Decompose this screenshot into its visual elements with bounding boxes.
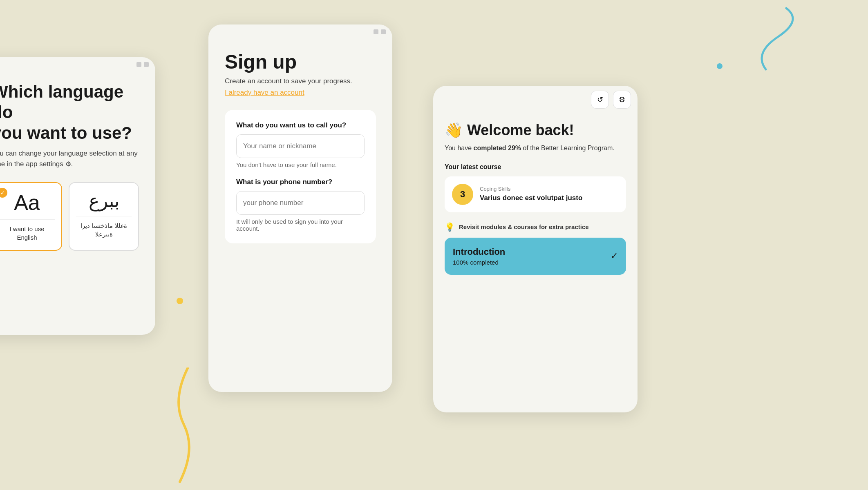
course-info: Coping Skills Varius donec est volutpat … bbox=[480, 186, 582, 203]
signup-title: Sign up bbox=[225, 51, 376, 73]
practice-hint: 💡 Revisit modules & courses for extra pr… bbox=[445, 222, 626, 232]
welcome-back-panel: ↺ ⚙ 👋 Welcome back! You have completed 2… bbox=[433, 86, 638, 412]
wave-emoji: 👋 bbox=[445, 122, 463, 138]
settings-icon: ⚙ bbox=[619, 95, 625, 104]
window-control-dot bbox=[374, 29, 378, 34]
bulb-icon: 💡 bbox=[445, 222, 455, 232]
phone-input[interactable] bbox=[236, 191, 365, 215]
welcome-subtitle: You have completed 29% of the Better Lea… bbox=[445, 143, 626, 154]
practice-hint-text: Revisit modules & courses for extra prac… bbox=[459, 223, 589, 230]
module-title: Introduction bbox=[453, 247, 505, 257]
settings-button[interactable]: ⚙ bbox=[613, 91, 631, 109]
language-options-list: ✓ Aa I want to use English ببرع ةغللا ما… bbox=[0, 182, 139, 251]
language-subtitle: You can change your language selection a… bbox=[0, 148, 139, 169]
refresh-button[interactable]: ↺ bbox=[591, 91, 609, 109]
language-card-english[interactable]: ✓ Aa I want to use English bbox=[0, 182, 62, 251]
name-label: What do you want us to call you? bbox=[236, 121, 365, 129]
signup-subtitle: Create an account to save your progress. bbox=[225, 77, 376, 85]
blue-dot-decoration bbox=[717, 63, 723, 69]
phone-label: What is your phone number? bbox=[236, 178, 365, 186]
refresh-icon: ↺ bbox=[597, 95, 603, 104]
name-field-group: What do you want us to call you? You don… bbox=[236, 121, 365, 168]
window-control-dot bbox=[381, 29, 386, 34]
latest-course-label: Your latest course bbox=[445, 163, 626, 171]
phone-field-group: What is your phone number? It will only … bbox=[236, 178, 365, 232]
name-hint: You don't have to use your full name. bbox=[236, 161, 365, 168]
module-info: Introduction 100% completed bbox=[453, 247, 505, 266]
arabic-display-text: ببرع bbox=[76, 191, 132, 211]
language-selection-panel: Which language do you want to use? You c… bbox=[0, 57, 155, 335]
signup-form: What do you want us to call you? You don… bbox=[225, 110, 376, 243]
window-control-dot bbox=[136, 62, 141, 67]
name-input[interactable] bbox=[236, 134, 365, 158]
module-check-icon: ✓ bbox=[611, 251, 618, 261]
gear-icon: ⚙ bbox=[65, 159, 71, 169]
course-card[interactable]: 3 Coping Skills Varius donec est volutpa… bbox=[445, 176, 626, 212]
module-progress: 100% completed bbox=[453, 259, 505, 266]
english-display-text: Aa bbox=[0, 191, 55, 214]
phone-hint: It will only be used to sign you into yo… bbox=[236, 218, 365, 232]
frame-topbar-left bbox=[0, 57, 155, 72]
language-card-arabic[interactable]: ببرع ةغللا ماذختسا ديرا ةيبرعلا bbox=[69, 182, 139, 251]
course-badge: 3 bbox=[452, 184, 473, 205]
course-title: Varius donec est volutpat justo bbox=[480, 194, 582, 203]
course-category: Coping Skills bbox=[480, 186, 582, 192]
login-link[interactable]: I already have an account bbox=[225, 89, 304, 97]
arabic-label: ةغللا ماذختسا ديرا ةيبرعلا bbox=[76, 221, 132, 238]
blue-decorative-curve bbox=[713, 4, 803, 78]
frame-topbar-right: ↺ ⚙ bbox=[433, 86, 638, 114]
yellow-dot-decoration bbox=[177, 298, 183, 304]
signup-panel: Sign up Create an account to save your p… bbox=[208, 24, 392, 392]
welcome-title: 👋 Welcome back! bbox=[445, 122, 626, 139]
english-label: I want to use English bbox=[0, 225, 55, 242]
window-control-dot bbox=[144, 62, 149, 67]
frame-topbar-center bbox=[208, 24, 392, 39]
module-card[interactable]: Introduction 100% completed ✓ bbox=[445, 238, 626, 275]
language-title: Which language do you want to use? bbox=[0, 82, 139, 143]
